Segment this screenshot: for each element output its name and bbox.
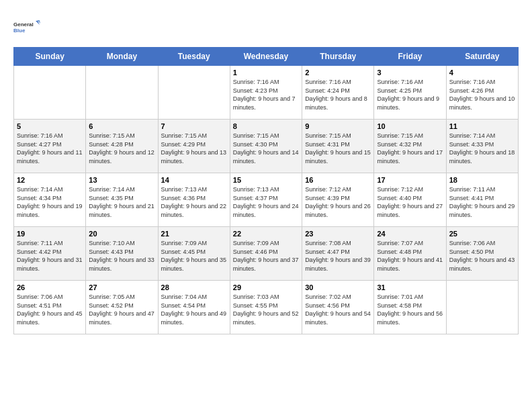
- svg-text:General: General: [13, 21, 34, 28]
- day-number: 16: [305, 176, 371, 184]
- day-info: Sunrise: 7:02 AM Sunset: 4:56 PM Dayligh…: [305, 293, 371, 326]
- calendar-week-row: 19Sunrise: 7:11 AM Sunset: 4:42 PM Dayli…: [14, 227, 519, 281]
- day-number: 27: [89, 283, 154, 291]
- calendar-cell: 30Sunrise: 7:02 AM Sunset: 4:56 PM Dayli…: [302, 281, 374, 334]
- day-number: 22: [233, 230, 299, 238]
- day-info: Sunrise: 7:10 AM Sunset: 4:43 PM Dayligh…: [89, 239, 154, 273]
- calendar-cell: 2Sunrise: 7:16 AM Sunset: 4:24 PM Daylig…: [302, 66, 374, 120]
- day-number: 14: [161, 176, 227, 184]
- calendar-cell: 26Sunrise: 7:06 AM Sunset: 4:51 PM Dayli…: [14, 281, 86, 334]
- day-number: 5: [17, 122, 83, 130]
- calendar-cell: 5Sunrise: 7:16 AM Sunset: 4:27 PM Daylig…: [14, 120, 86, 173]
- calendar-cell: 3Sunrise: 7:16 AM Sunset: 4:25 PM Daylig…: [374, 66, 446, 120]
- calendar-table: SundayMondayTuesdayWednesdayThursdayFrid…: [13, 47, 519, 334]
- calendar-week-row: 12Sunrise: 7:14 AM Sunset: 4:34 PM Dayli…: [14, 173, 519, 227]
- day-number: 25: [449, 230, 515, 238]
- logo: General Blue: [13, 13, 40, 40]
- svg-text:Blue: Blue: [13, 28, 26, 34]
- calendar-cell: 15Sunrise: 7:13 AM Sunset: 4:37 PM Dayli…: [230, 173, 302, 227]
- day-number: 28: [161, 283, 227, 291]
- calendar-cell: 7Sunrise: 7:15 AM Sunset: 4:29 PM Daylig…: [158, 120, 230, 173]
- day-number: 6: [89, 122, 154, 130]
- day-number: 12: [17, 176, 83, 184]
- day-number: 23: [305, 230, 371, 238]
- day-number: 19: [17, 230, 83, 238]
- calendar-cell: 13Sunrise: 7:14 AM Sunset: 4:35 PM Dayli…: [86, 173, 158, 227]
- day-number: 10: [377, 122, 443, 130]
- calendar-cell: 21Sunrise: 7:09 AM Sunset: 4:45 PM Dayli…: [158, 227, 230, 281]
- calendar-cell: 17Sunrise: 7:12 AM Sunset: 4:40 PM Dayli…: [374, 173, 446, 227]
- calendar-week-row: 26Sunrise: 7:06 AM Sunset: 4:51 PM Dayli…: [14, 281, 519, 334]
- day-info: Sunrise: 7:13 AM Sunset: 4:36 PM Dayligh…: [161, 185, 227, 219]
- day-info: Sunrise: 7:03 AM Sunset: 4:55 PM Dayligh…: [233, 293, 299, 326]
- day-info: Sunrise: 7:09 AM Sunset: 4:45 PM Dayligh…: [161, 239, 227, 273]
- day-of-week-header: Sunday: [14, 48, 86, 66]
- day-number: 26: [17, 283, 83, 291]
- calendar-cell: 1Sunrise: 7:16 AM Sunset: 4:23 PM Daylig…: [230, 66, 302, 120]
- day-number: 20: [89, 230, 154, 238]
- calendar-cell: 19Sunrise: 7:11 AM Sunset: 4:42 PM Dayli…: [14, 227, 86, 281]
- calendar-cell: 24Sunrise: 7:07 AM Sunset: 4:48 PM Dayli…: [374, 227, 446, 281]
- days-of-week-row: SundayMondayTuesdayWednesdayThursdayFrid…: [14, 48, 519, 66]
- day-info: Sunrise: 7:16 AM Sunset: 4:27 PM Dayligh…: [17, 132, 83, 165]
- calendar-cell: 25Sunrise: 7:06 AM Sunset: 4:50 PM Dayli…: [446, 227, 518, 281]
- day-info: Sunrise: 7:12 AM Sunset: 4:39 PM Dayligh…: [305, 185, 371, 219]
- day-info: Sunrise: 7:08 AM Sunset: 4:47 PM Dayligh…: [305, 239, 371, 273]
- day-info: Sunrise: 7:16 AM Sunset: 4:23 PM Dayligh…: [233, 78, 299, 111]
- day-info: Sunrise: 7:14 AM Sunset: 4:35 PM Dayligh…: [89, 185, 154, 219]
- calendar-cell: [14, 66, 86, 120]
- day-number: 4: [449, 68, 515, 77]
- day-info: Sunrise: 7:06 AM Sunset: 4:50 PM Dayligh…: [449, 239, 515, 273]
- calendar-cell: 31Sunrise: 7:01 AM Sunset: 4:58 PM Dayli…: [374, 281, 446, 334]
- day-number: 11: [449, 122, 515, 130]
- day-number: 2: [305, 68, 371, 77]
- day-info: Sunrise: 7:15 AM Sunset: 4:30 PM Dayligh…: [233, 132, 299, 165]
- calendar-cell: 20Sunrise: 7:10 AM Sunset: 4:43 PM Dayli…: [86, 227, 158, 281]
- day-of-week-header: Tuesday: [158, 48, 230, 66]
- day-info: Sunrise: 7:15 AM Sunset: 4:31 PM Dayligh…: [305, 132, 371, 165]
- logo-svg: General Blue: [13, 13, 40, 40]
- day-info: Sunrise: 7:15 AM Sunset: 4:29 PM Dayligh…: [161, 132, 227, 165]
- day-number: 7: [161, 122, 227, 130]
- day-info: Sunrise: 7:06 AM Sunset: 4:51 PM Dayligh…: [17, 293, 83, 326]
- day-info: Sunrise: 7:11 AM Sunset: 4:41 PM Dayligh…: [449, 185, 515, 219]
- day-number: 30: [305, 283, 371, 291]
- day-info: Sunrise: 7:15 AM Sunset: 4:32 PM Dayligh…: [377, 132, 443, 165]
- calendar-week-row: 5Sunrise: 7:16 AM Sunset: 4:27 PM Daylig…: [14, 120, 519, 173]
- day-number: 8: [233, 122, 299, 130]
- day-info: Sunrise: 7:16 AM Sunset: 4:24 PM Dayligh…: [305, 78, 371, 111]
- day-info: Sunrise: 7:16 AM Sunset: 4:25 PM Dayligh…: [377, 78, 443, 111]
- day-info: Sunrise: 7:14 AM Sunset: 4:34 PM Dayligh…: [17, 185, 83, 219]
- calendar-cell: 9Sunrise: 7:15 AM Sunset: 4:31 PM Daylig…: [302, 120, 374, 173]
- day-info: Sunrise: 7:13 AM Sunset: 4:37 PM Dayligh…: [233, 185, 299, 219]
- calendar-cell: 4Sunrise: 7:16 AM Sunset: 4:26 PM Daylig…: [446, 66, 518, 120]
- calendar-cell: 27Sunrise: 7:05 AM Sunset: 4:52 PM Dayli…: [86, 281, 158, 334]
- calendar-cell: 11Sunrise: 7:14 AM Sunset: 4:33 PM Dayli…: [446, 120, 518, 173]
- day-number: 13: [89, 176, 154, 184]
- day-number: 9: [305, 122, 371, 130]
- header: General Blue: [13, 13, 519, 40]
- day-of-week-header: Friday: [374, 48, 446, 66]
- day-of-week-header: Saturday: [446, 48, 518, 66]
- calendar-cell: 16Sunrise: 7:12 AM Sunset: 4:39 PM Dayli…: [302, 173, 374, 227]
- calendar-cell: 18Sunrise: 7:11 AM Sunset: 4:41 PM Dayli…: [446, 173, 518, 227]
- day-number: 17: [377, 176, 443, 184]
- day-number: 18: [449, 176, 515, 184]
- day-info: Sunrise: 7:05 AM Sunset: 4:52 PM Dayligh…: [89, 293, 154, 326]
- day-number: 3: [377, 68, 443, 77]
- calendar-cell: [158, 66, 230, 120]
- day-number: 24: [377, 230, 443, 238]
- day-info: Sunrise: 7:11 AM Sunset: 4:42 PM Dayligh…: [17, 239, 83, 273]
- day-info: Sunrise: 7:12 AM Sunset: 4:40 PM Dayligh…: [377, 185, 443, 219]
- day-of-week-header: Monday: [86, 48, 158, 66]
- calendar-cell: 29Sunrise: 7:03 AM Sunset: 4:55 PM Dayli…: [230, 281, 302, 334]
- calendar-cell: 28Sunrise: 7:04 AM Sunset: 4:54 PM Dayli…: [158, 281, 230, 334]
- day-info: Sunrise: 7:16 AM Sunset: 4:26 PM Dayligh…: [449, 78, 515, 111]
- calendar-cell: 14Sunrise: 7:13 AM Sunset: 4:36 PM Dayli…: [158, 173, 230, 227]
- day-info: Sunrise: 7:04 AM Sunset: 4:54 PM Dayligh…: [161, 293, 227, 326]
- day-number: 21: [161, 230, 227, 238]
- day-number: 1: [233, 68, 299, 77]
- calendar-cell: 6Sunrise: 7:15 AM Sunset: 4:28 PM Daylig…: [86, 120, 158, 173]
- calendar-cell: 8Sunrise: 7:15 AM Sunset: 4:30 PM Daylig…: [230, 120, 302, 173]
- calendar-cell: [86, 66, 158, 120]
